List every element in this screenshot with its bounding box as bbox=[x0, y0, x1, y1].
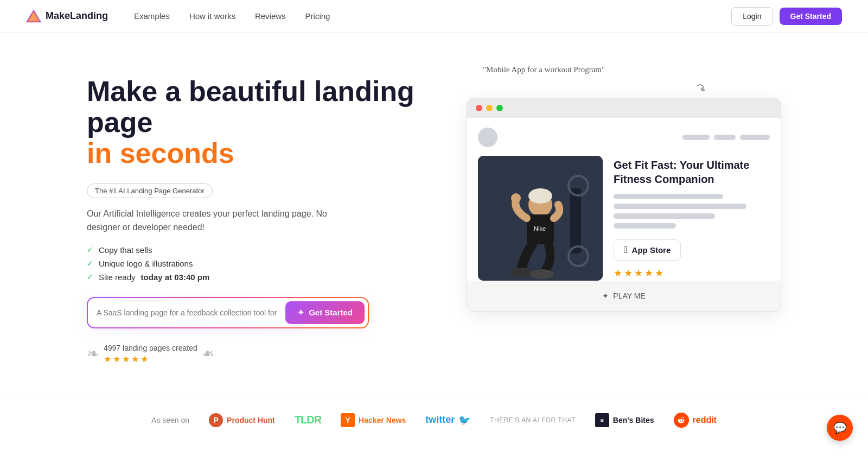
page-body: Nike bbox=[478, 156, 770, 281]
svg-marker-1 bbox=[27, 11, 40, 22]
as-seen-label: As seen on bbox=[151, 416, 189, 425]
brand-reddit[interactable]: reddit bbox=[674, 413, 717, 428]
logo[interactable]: MakeLanding bbox=[26, 9, 108, 24]
brand-twitter[interactable]: twitter 🐦 bbox=[425, 414, 470, 426]
dot-red bbox=[476, 105, 482, 111]
hero-description: Our Artificial Intelligence creates your… bbox=[87, 207, 336, 235]
page-info: Get Fit Fast: Your Ultimate Fitness Comp… bbox=[614, 156, 770, 281]
page-logo bbox=[478, 128, 497, 147]
get-started-hero-button[interactable]: ✦ Get Started bbox=[285, 301, 365, 324]
demo-image: Nike bbox=[478, 156, 603, 281]
check-icon-3: ✓ bbox=[87, 273, 93, 281]
svg-point-10 bbox=[511, 193, 521, 203]
feature-logo-text: Unique logo & illustrations bbox=[99, 259, 193, 268]
chat-button[interactable]: 💬 bbox=[827, 415, 853, 441]
app-store-label: App Store bbox=[632, 245, 671, 255]
star-4: ★ bbox=[131, 354, 139, 364]
svg-point-11 bbox=[510, 268, 532, 277]
hero-stats: ❧ 4997 landing pages created ★ ★ ★ ★ ★ ❧ bbox=[87, 344, 434, 364]
get-started-label: Get Started bbox=[309, 308, 353, 317]
demo-label: "Mobile App for a workout Program" bbox=[483, 65, 605, 74]
hero-left: Make a beautiful landing page in seconds… bbox=[87, 65, 434, 364]
hero-section: Make a beautiful landing page in seconds… bbox=[0, 33, 868, 386]
text-line-4 bbox=[614, 223, 676, 229]
hero-input-wrap: ✦ Get Started bbox=[87, 297, 369, 328]
hero-right: "Mobile App for a workout Program" ↷ bbox=[467, 65, 781, 312]
stats-text: 4997 landing pages created bbox=[104, 344, 197, 352]
logo-text: MakeLanding bbox=[46, 10, 108, 22]
svg-point-7 bbox=[528, 188, 552, 204]
laurel-left: ❧ bbox=[87, 345, 99, 363]
nav-bar-1 bbox=[682, 135, 710, 140]
play-label: PLAY ME bbox=[613, 292, 645, 300]
apple-icon:  bbox=[624, 244, 628, 256]
navbar: MakeLanding Examples How it works Review… bbox=[0, 0, 868, 33]
nav-actions: Login Get Started bbox=[731, 7, 842, 26]
demo-page-title: Get Fit Fast: Your Ultimate Fitness Comp… bbox=[614, 158, 770, 186]
bens-bites-icon: ≡ bbox=[595, 413, 609, 427]
page-text-lines bbox=[614, 194, 770, 229]
laurel-right: ❧ bbox=[202, 345, 214, 363]
hero-heading-line1: Make a beautiful landing page bbox=[87, 75, 414, 138]
feature-site-prefix: Site ready bbox=[99, 273, 136, 282]
hero-input[interactable] bbox=[97, 304, 285, 321]
text-line-1 bbox=[614, 194, 723, 199]
svg-point-15 bbox=[682, 420, 683, 421]
feature-logo: ✓ Unique logo & illustrations bbox=[87, 259, 434, 268]
app-store-button[interactable]:  App Store bbox=[614, 239, 681, 261]
play-sparkle-icon: ✦ bbox=[602, 292, 609, 300]
twitter-bird-icon: 🐦 bbox=[458, 414, 470, 426]
rating-star-5: ★ bbox=[655, 267, 663, 279]
hacker-news-icon: Y bbox=[341, 413, 355, 427]
rating-star-4: ★ bbox=[644, 267, 653, 279]
reddit-icon bbox=[674, 413, 689, 428]
product-hunt-icon: P bbox=[209, 413, 223, 427]
reddit-label: reddit bbox=[693, 415, 717, 425]
svg-point-12 bbox=[530, 269, 554, 279]
text-line-3 bbox=[614, 213, 715, 219]
check-icon-2: ✓ bbox=[87, 259, 93, 268]
sparkle-icon: ✦ bbox=[297, 308, 304, 318]
hero-heading-line2: in seconds bbox=[87, 137, 234, 169]
chat-icon: 💬 bbox=[833, 421, 847, 434]
nav-reviews[interactable]: Reviews bbox=[255, 11, 286, 21]
hero-heading: Make a beautiful landing page in seconds bbox=[87, 76, 434, 169]
star-1: ★ bbox=[104, 354, 111, 364]
brand-product-hunt[interactable]: P Product Hunt bbox=[209, 413, 275, 427]
feature-site-time: today at 03:40 pm bbox=[141, 273, 210, 282]
get-started-nav-button[interactable]: Get Started bbox=[780, 8, 842, 25]
brand-tldr[interactable]: TLDR bbox=[295, 414, 321, 426]
rating-star-1: ★ bbox=[614, 267, 622, 279]
hero-badge: The #1 AI Landing Page Generator bbox=[87, 183, 213, 198]
rating-star-3: ★ bbox=[634, 267, 643, 279]
nav-pricing[interactable]: Pricing bbox=[305, 11, 330, 21]
login-button[interactable]: Login bbox=[731, 7, 773, 26]
nav-links: Examples How it works Reviews Pricing bbox=[134, 11, 731, 21]
check-icon-1: ✓ bbox=[87, 245, 93, 254]
bens-bites-label: Ben's Bites bbox=[613, 416, 654, 425]
star-3: ★ bbox=[122, 354, 130, 364]
dot-green bbox=[496, 105, 503, 111]
rating-star-2: ★ bbox=[624, 267, 633, 279]
nav-examples[interactable]: Examples bbox=[134, 11, 170, 21]
stats-stars: ★ ★ ★ ★ ★ bbox=[104, 354, 197, 364]
feature-copy-text: Copy that sells bbox=[99, 245, 152, 255]
twitter-text: twitter bbox=[425, 414, 455, 426]
feature-site-ready: ✓ Site ready today at 03:40 pm bbox=[87, 273, 434, 282]
nav-bar-3 bbox=[740, 135, 770, 140]
hero-features: ✓ Copy that sells ✓ Unique logo & illust… bbox=[87, 245, 434, 282]
brand-hacker-news[interactable]: Y Hacker News bbox=[341, 413, 406, 427]
brand-bens-bites[interactable]: ≡ Ben's Bites bbox=[595, 413, 654, 427]
brand-ai-for-that[interactable]: There's an AI for That bbox=[490, 416, 576, 424]
arrow-icon: ↷ bbox=[693, 80, 709, 97]
svg-rect-3 bbox=[570, 188, 581, 254]
page-header bbox=[478, 128, 770, 147]
rating-stars: ★ ★ ★ ★ ★ bbox=[614, 267, 770, 279]
star-2: ★ bbox=[113, 354, 120, 364]
svg-text:Nike: Nike bbox=[534, 225, 546, 232]
as-seen-on-section: As seen on P Product Hunt TLDR Y Hacker … bbox=[0, 397, 868, 443]
nav-how-it-works[interactable]: How it works bbox=[189, 11, 235, 21]
svg-point-14 bbox=[679, 420, 680, 421]
play-section[interactable]: ✦ PLAY ME bbox=[467, 292, 781, 300]
page-nav-bars bbox=[682, 135, 770, 140]
